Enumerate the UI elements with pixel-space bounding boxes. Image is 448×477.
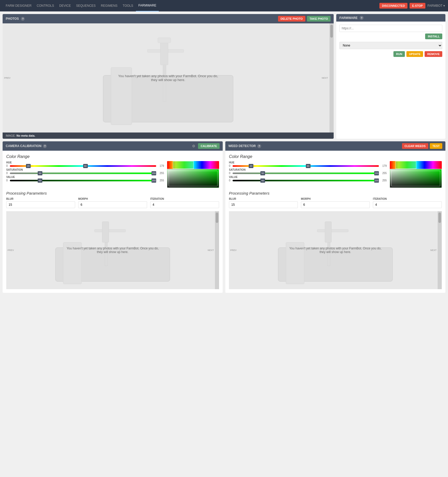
delete-photo-button[interactable]: DELETE PHOTO bbox=[278, 16, 305, 22]
remove-button[interactable]: REMOVE bbox=[425, 51, 442, 57]
weed-blur-input[interactable] bbox=[229, 201, 298, 208]
photos-body: PREV You haven't yet taken any photos wi… bbox=[3, 23, 334, 132]
svg-rect-5 bbox=[158, 38, 171, 43]
photos-prev-arrow[interactable]: PREV bbox=[4, 77, 11, 79]
weed-sat-max: 255 bbox=[380, 172, 387, 175]
estop-button[interactable]: E-STOP bbox=[410, 3, 425, 9]
photos-title: PHOTOS bbox=[6, 17, 19, 21]
nav-controls[interactable]: CONTROLS bbox=[34, 0, 57, 11]
weed-iteration-input[interactable] bbox=[373, 201, 442, 208]
weed-detector-panel: WEED DETECTOR ? CLEAR WEEDS TEST Color R… bbox=[225, 141, 445, 293]
photos-header: PHOTOS ? DELETE PHOTO TAKE PHOTO bbox=[3, 14, 334, 23]
svg-rect-10 bbox=[102, 222, 109, 242]
calib-blur-input[interactable] bbox=[6, 201, 75, 208]
calib-iteration-input[interactable] bbox=[150, 201, 219, 208]
camera-calibration-help-icon[interactable]: ? bbox=[43, 144, 47, 148]
weed-detector-body: Color Range HUE 0 20 90 179 bbox=[225, 151, 445, 293]
photos-footer-label: IMAGE: bbox=[6, 134, 16, 137]
weed-color-range-title: Color Range bbox=[229, 154, 442, 159]
farmware-help-icon[interactable]: ? bbox=[360, 16, 364, 20]
calib-sat-thumb-min[interactable]: 50 bbox=[38, 171, 42, 175]
farmware-title: FARMWARE bbox=[339, 16, 358, 20]
nav-farmware[interactable]: FARMWARE bbox=[136, 0, 159, 11]
farmware-action-row: RUN UPDATE REMOVE bbox=[339, 51, 442, 57]
weed-scroll-thumb bbox=[438, 213, 441, 223]
nav-tools[interactable]: TOOLS bbox=[120, 0, 136, 11]
disconnected-button[interactable]: DISCONNECTED bbox=[379, 3, 407, 9]
camera-calibration-header: CAMERA CALIBRATION ? ⚙ CALIBRATE bbox=[3, 141, 223, 151]
calib-params-row: BLUR MORPH ITERATION bbox=[6, 197, 219, 208]
calib-prev-arrow[interactable]: PREV bbox=[8, 249, 14, 251]
farmware-url-input[interactable] bbox=[339, 25, 442, 32]
weed-prev-arrow[interactable]: PREV bbox=[230, 249, 237, 251]
calib-next-arrow[interactable]: NEXT bbox=[208, 249, 214, 251]
weed-hue-label: HUE bbox=[229, 161, 387, 164]
calib-hue-slider-row: 0 20 90 179 bbox=[6, 164, 164, 167]
calib-morph-input[interactable] bbox=[78, 201, 147, 208]
photos-header-actions: DELETE PHOTO TAKE PHOTO bbox=[278, 16, 331, 22]
calib-sat-slider-row: 0 50 255 255 bbox=[6, 172, 164, 175]
calib-scrollbar[interactable] bbox=[215, 211, 219, 289]
weed-detector-header: WEED DETECTOR ? CLEAR WEEDS TEST bbox=[225, 141, 445, 151]
weed-hue-thumb-max[interactable]: 90 bbox=[306, 164, 311, 168]
calib-val-label: VALUE bbox=[6, 176, 164, 178]
calib-hue-thumb-max[interactable]: 90 bbox=[83, 164, 88, 168]
weed-val-thumb-max[interactable]: 255 bbox=[374, 178, 379, 183]
calib-color-range-title: Color Range bbox=[6, 154, 219, 159]
photos-help-icon[interactable]: ? bbox=[21, 17, 25, 21]
photos-placeholder-text: You haven't yet taken any photos with yo… bbox=[116, 74, 220, 82]
weed-morph-label: MORPH bbox=[301, 197, 370, 200]
calib-hue-thumb-min[interactable]: 20 bbox=[26, 164, 31, 168]
weed-detector-title: WEED DETECTOR bbox=[228, 144, 256, 148]
weed-morph-col: MORPH bbox=[301, 197, 370, 208]
weed-morph-input[interactable] bbox=[301, 201, 370, 208]
photos-scrollbar[interactable] bbox=[330, 23, 334, 132]
weed-sat-label: SATURATION bbox=[229, 168, 387, 171]
update-button[interactable]: UPDATE bbox=[406, 51, 423, 57]
weed-val-min: 0 bbox=[229, 179, 231, 182]
photos-next-arrow[interactable]: NEXT bbox=[322, 77, 328, 79]
top-row: PHOTOS ? DELETE PHOTO TAKE PHOTO PREV bbox=[3, 14, 445, 139]
photos-scroll-thumb bbox=[330, 25, 333, 38]
weed-val-max: 255 bbox=[380, 179, 387, 182]
calib-val-thumb-min[interactable]: 50 bbox=[38, 178, 42, 183]
weed-next-arrow[interactable]: NEXT bbox=[430, 249, 437, 251]
calibrate-button[interactable]: CALIBRATE bbox=[198, 143, 220, 149]
farmbot-label[interactable]: FARMBOT ▾ bbox=[427, 4, 445, 8]
weed-params-row: BLUR MORPH ITERATION bbox=[229, 197, 442, 208]
weed-sat-thumb-min[interactable]: 50 bbox=[260, 171, 265, 175]
weed-val-slider-row: 0 50 255 255 bbox=[229, 179, 387, 182]
gear-button-calib[interactable]: ⚙ bbox=[191, 143, 196, 149]
calib-img-area: PREV You haven't yet taken any photos wi… bbox=[6, 211, 219, 289]
weed-scrollbar[interactable] bbox=[438, 211, 442, 289]
weed-sat-thumb-max[interactable]: 255 bbox=[374, 171, 379, 175]
take-photo-button[interactable]: TAKE PHOTO bbox=[307, 16, 331, 22]
calib-sat-thumb-max[interactable]: 255 bbox=[151, 171, 156, 175]
run-button[interactable]: RUN bbox=[393, 51, 405, 57]
svg-rect-15 bbox=[325, 222, 332, 242]
farmware-select[interactable]: None bbox=[339, 42, 442, 49]
weed-detector-help-icon[interactable]: ? bbox=[257, 144, 261, 148]
farmware-panel: FARMWARE ? INSTALL None RUN UPDATE REMOV… bbox=[336, 14, 445, 139]
calib-blur-label: BLUR bbox=[6, 197, 75, 200]
calib-morph-col: MORPH bbox=[78, 197, 147, 208]
calib-val-max: 255 bbox=[158, 179, 164, 182]
calib-hue-label: HUE bbox=[6, 161, 164, 164]
calib-sat-label: SATURATION bbox=[6, 168, 164, 171]
nav-farm-designer[interactable]: FARM DESIGNER bbox=[3, 0, 34, 11]
calib-blur-col: BLUR bbox=[6, 197, 75, 208]
weed-iteration-label: ITERATION bbox=[373, 197, 442, 200]
nav-sequences[interactable]: SEQUENCES bbox=[74, 0, 98, 11]
calib-val-thumb-max[interactable]: 255 bbox=[151, 178, 156, 183]
nav-regimens[interactable]: REGIMENS bbox=[98, 0, 120, 11]
clear-weeds-button[interactable]: CLEAR WEEDS bbox=[402, 143, 428, 149]
calib-val-slider-row: 0 50 255 255 bbox=[6, 179, 164, 182]
photos-footer: IMAGE: No meta data. bbox=[3, 132, 334, 139]
weed-val-thumb-min[interactable]: 50 bbox=[260, 178, 265, 183]
test-button[interactable]: TEST bbox=[430, 143, 442, 149]
install-button[interactable]: INSTALL bbox=[425, 34, 442, 39]
weed-hue-thumb-min[interactable]: 20 bbox=[249, 164, 253, 168]
camera-calibration-body: Color Range HUE 0 20 90 179 bbox=[3, 151, 223, 293]
weed-placeholder-text: You haven't yet taken any photos with yo… bbox=[289, 247, 382, 254]
nav-device[interactable]: DEVICE bbox=[57, 0, 74, 11]
